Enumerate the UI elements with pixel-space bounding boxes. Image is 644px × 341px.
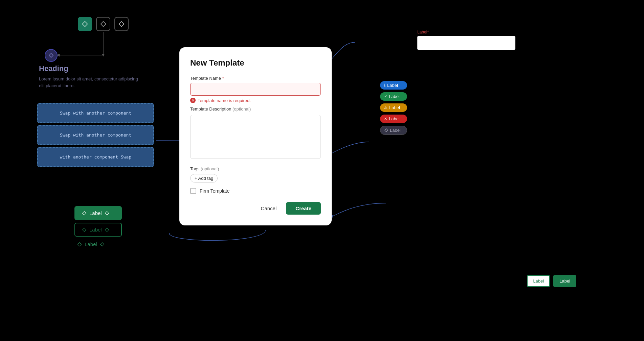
bottom-right-buttons: Label Label (527, 275, 576, 287)
badge-green-label: Label (389, 94, 400, 99)
diamond-icon-active[interactable] (78, 17, 92, 31)
swap-button-1[interactable]: Swap with another component (37, 103, 154, 123)
badge-blue[interactable]: ℹ Label (380, 81, 407, 90)
swap-button-2[interactable]: Swap with another component (37, 125, 154, 145)
badge-red-label: Label (389, 116, 400, 121)
badge-red-icon: ✕ (384, 117, 387, 121)
label-btn-text-text: Label (85, 241, 97, 247)
badge-blue-label: Label (387, 83, 398, 88)
badge-gray-label: Label (390, 128, 401, 133)
add-tag-button[interactable]: + Add tag (190, 174, 218, 182)
description-label: Template Description (optional) (190, 106, 321, 112)
swap-button-3[interactable]: with another component Swap (37, 147, 154, 167)
heading-title: Heading (39, 64, 140, 73)
label-button-text[interactable]: Label (74, 239, 122, 249)
error-message: ✕ Template name is required. (190, 98, 321, 103)
label-btn-outline-text: Label (89, 227, 102, 233)
top-icons-group (78, 17, 129, 31)
template-name-label: Template Name * (190, 76, 321, 81)
heading-body: Lorem ipsum dolor sit amet, consectetur … (39, 76, 140, 89)
template-name-input[interactable] (190, 83, 321, 96)
top-right-input-area: Label* (417, 30, 515, 50)
badge-gray[interactable]: Label (380, 126, 407, 135)
heading-section: Heading Lorem ipsum dolor sit amet, cons… (39, 64, 140, 89)
top-right-label: Label* (417, 30, 515, 34)
top-right-input[interactable] (417, 36, 515, 50)
firm-template-checkbox[interactable] (190, 188, 196, 194)
swap-buttons-group: Swap with another component Swap with an… (37, 103, 154, 167)
bottom-labels-group: Label Label Label (74, 206, 122, 249)
badge-green-icon: ✓ (384, 94, 387, 99)
error-text: Template name is required. (198, 98, 251, 103)
right-badges-group: ℹ Label ✓ Label ⚠ Label ✕ Label Label (380, 81, 407, 135)
description-textarea[interactable] (190, 115, 321, 159)
badge-red[interactable]: ✕ Label (380, 115, 407, 123)
firm-template-label: Firm Template (200, 188, 229, 194)
new-template-modal: New Template Template Name * ✕ Template … (179, 47, 332, 225)
tags-section: Tags (optional) + Add tag (190, 166, 321, 182)
badge-blue-icon: ℹ (384, 83, 385, 88)
label-btn-solid-text: Label (89, 210, 102, 216)
badge-yellow-label: Label (389, 105, 400, 110)
label-button-outline[interactable]: Label (74, 223, 122, 237)
firm-template-row: Firm Template (190, 188, 321, 194)
badge-yellow-icon: ⚠ (384, 105, 387, 110)
cancel-button[interactable]: Cancel (256, 202, 282, 215)
modal-actions: Cancel Create (190, 202, 321, 215)
badge-green[interactable]: ✓ Label (380, 92, 407, 101)
tags-label: Tags (optional) (190, 166, 321, 171)
label-button-solid[interactable]: Label (74, 206, 122, 220)
create-button[interactable]: Create (286, 202, 321, 215)
top-right-required: * (427, 30, 429, 34)
error-icon: ✕ (190, 98, 196, 103)
badge-gray-icon (384, 128, 388, 132)
diamond-icon-outline1[interactable] (96, 17, 110, 31)
modal-title: New Template (190, 58, 321, 68)
diamond-icon-circle[interactable] (45, 49, 58, 62)
badge-yellow[interactable]: ⚠ Label (380, 103, 407, 112)
bottom-right-solid-button[interactable]: Label (553, 275, 576, 287)
bottom-right-outline-button[interactable]: Label (527, 275, 550, 287)
diamond-icon-outline2[interactable] (114, 17, 129, 31)
